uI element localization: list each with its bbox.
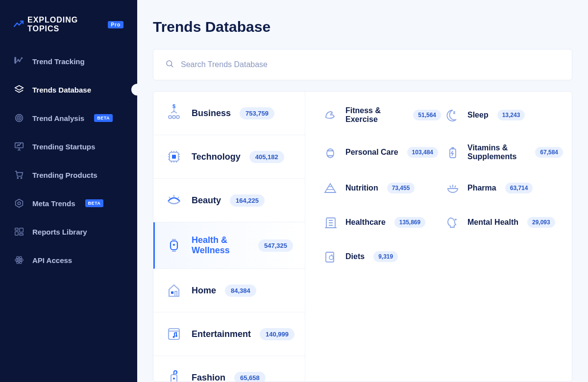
subcategory-label: Personal Care bbox=[345, 148, 398, 157]
category-label: Beauty bbox=[192, 195, 221, 206]
sidebar-item-trending-startups[interactable]: Trending Startups bbox=[0, 132, 137, 161]
hospital-icon bbox=[323, 215, 338, 230]
subcategory-count: 103,484 bbox=[407, 147, 438, 158]
subcategory-count: 9,319 bbox=[373, 251, 398, 262]
care-icon bbox=[323, 145, 338, 160]
nav-label: Meta Trends bbox=[32, 199, 75, 208]
subcategory-count: 29,093 bbox=[527, 217, 555, 228]
subcategory-healthcare[interactable]: Healthcare135,869 bbox=[323, 215, 441, 230]
subcategory-label: Vitamins & Supplements bbox=[467, 143, 526, 161]
category-count: 753,759 bbox=[240, 107, 274, 119]
nav-label: Reports Library bbox=[32, 228, 87, 236]
category-beauty[interactable]: Beauty164,225 bbox=[153, 179, 305, 222]
sidebar-item-trend-tracking[interactable]: Trend Tracking bbox=[0, 47, 137, 75]
category-label: Business bbox=[192, 108, 231, 119]
category-count: 65,658 bbox=[234, 372, 266, 382]
sidebar-item-trends-database[interactable]: Trends Database bbox=[0, 75, 137, 104]
battery-icon bbox=[445, 145, 460, 160]
muscle-icon bbox=[323, 108, 338, 122]
brand-logo[interactable]: EXPLODING TOPICS Pro bbox=[0, 16, 137, 47]
category-home[interactable]: Home84,384 bbox=[153, 269, 305, 312]
sidebar-item-trend-analysis[interactable]: Trend AnalysisBETA bbox=[0, 104, 137, 132]
subcategory-count: 63,714 bbox=[505, 183, 533, 193]
nav-label: Trend Analysis bbox=[32, 114, 84, 122]
subcategory-label: Diets bbox=[345, 252, 365, 261]
category-count: 547,325 bbox=[258, 239, 293, 252]
moon-icon bbox=[445, 108, 460, 122]
subcategory-label: Mental Health bbox=[467, 218, 518, 227]
sidebar: EXPLODING TOPICS Pro Trend TrackingTrend… bbox=[0, 0, 137, 382]
chip-icon bbox=[165, 148, 183, 166]
category-business[interactable]: Business753,759 bbox=[153, 92, 305, 135]
subcategory-count: 135,869 bbox=[394, 217, 425, 228]
main: Trends Database Business753,759Technolog… bbox=[137, 0, 588, 382]
pyramid-icon bbox=[323, 181, 338, 195]
subcategory-label: Nutrition bbox=[345, 184, 378, 192]
reports-icon bbox=[14, 226, 24, 237]
subcategory-vitamins-supplements[interactable]: Vitamins & Supplements67,584 bbox=[445, 143, 563, 161]
category-column: Business753,759Technology405,182Beauty16… bbox=[153, 92, 305, 382]
atom-icon bbox=[14, 255, 24, 265]
eye-icon bbox=[165, 191, 183, 209]
category-technology[interactable]: Technology405,182 bbox=[153, 135, 305, 179]
subcategory-count: 51,564 bbox=[413, 110, 441, 120]
svg-line-1 bbox=[171, 65, 172, 67]
subcategory-fitness-exercise[interactable]: Fitness & Exercise51,564 bbox=[323, 106, 441, 124]
category-entertainment[interactable]: Entertainment140,999 bbox=[153, 312, 305, 356]
subcategory-diets[interactable]: Diets9,319 bbox=[323, 249, 441, 264]
watch-icon bbox=[165, 237, 183, 254]
hex-icon bbox=[14, 198, 24, 209]
subcategory-mental-health[interactable]: Mental Health29,093 bbox=[445, 215, 563, 230]
sidebar-item-meta-trends[interactable]: Meta TrendsBETA bbox=[0, 189, 137, 217]
category-label: Health & Wellness bbox=[192, 235, 249, 256]
subcategory-nutrition[interactable]: Nutrition73,455 bbox=[323, 181, 441, 195]
search-input[interactable] bbox=[181, 60, 560, 69]
category-label: Entertainment bbox=[192, 329, 251, 339]
music-icon bbox=[165, 325, 183, 343]
nav-label: API Access bbox=[32, 256, 72, 264]
page-title: Trends Database bbox=[153, 19, 572, 35]
subcategory-label: Fitness & Exercise bbox=[345, 106, 404, 124]
nav-label: Trends Database bbox=[32, 86, 91, 94]
target-icon bbox=[14, 113, 24, 123]
subcategory-personal-care[interactable]: Personal Care103,484 bbox=[323, 143, 441, 161]
tag-icon bbox=[165, 369, 183, 382]
business-icon bbox=[165, 104, 183, 122]
bowl-icon bbox=[445, 181, 460, 195]
beta-badge: BETA bbox=[85, 199, 104, 207]
subcategory-count: 73,455 bbox=[387, 183, 415, 193]
nav-label: Trend Tracking bbox=[32, 57, 85, 66]
subcategory-count: 67,584 bbox=[535, 147, 563, 158]
category-count: 140,999 bbox=[260, 328, 294, 340]
subcategory-label: Sleep bbox=[467, 111, 489, 119]
subcategory-count: 13,243 bbox=[497, 110, 525, 120]
sidebar-item-reports-library[interactable]: Reports Library bbox=[0, 217, 137, 246]
subcategory-label: Pharma bbox=[467, 184, 496, 192]
subcategory-sleep[interactable]: Sleep13,243 bbox=[445, 106, 563, 124]
nav-label: Trending Products bbox=[32, 171, 98, 179]
sidebar-item-trending-products[interactable]: Trending Products bbox=[0, 161, 137, 189]
category-health-wellness[interactable]: Health & Wellness547,325 bbox=[153, 222, 305, 269]
sidebar-item-api-access[interactable]: API Access bbox=[0, 246, 137, 274]
category-grid: Business753,759Technology405,182Beauty16… bbox=[153, 91, 572, 382]
subcategory-label: Healthcare bbox=[345, 218, 386, 227]
subcategory-column: Fitness & Exercise51,564Sleep13,243Perso… bbox=[305, 92, 572, 382]
layers-icon bbox=[14, 84, 24, 95]
pro-badge: Pro bbox=[108, 21, 123, 28]
logo-arrow-icon bbox=[14, 20, 24, 30]
chart-line-icon bbox=[14, 56, 24, 67]
category-fashion[interactable]: Fashion65,658 bbox=[153, 356, 305, 382]
sidebar-nav: Trend TrackingTrends DatabaseTrend Analy… bbox=[0, 47, 137, 274]
beta-badge: BETA bbox=[94, 114, 113, 122]
house-icon bbox=[165, 282, 183, 299]
nav-label: Trending Startups bbox=[32, 143, 95, 151]
search-box[interactable] bbox=[153, 49, 572, 80]
apple-icon bbox=[323, 249, 338, 264]
search-icon bbox=[165, 59, 174, 70]
head-icon bbox=[445, 215, 460, 230]
cart-icon bbox=[14, 169, 24, 180]
subcategory-pharma[interactable]: Pharma63,714 bbox=[445, 181, 563, 195]
brand-name: EXPLODING TOPICS bbox=[27, 16, 102, 33]
presentation-icon bbox=[14, 141, 24, 152]
category-count: 405,182 bbox=[249, 151, 284, 163]
